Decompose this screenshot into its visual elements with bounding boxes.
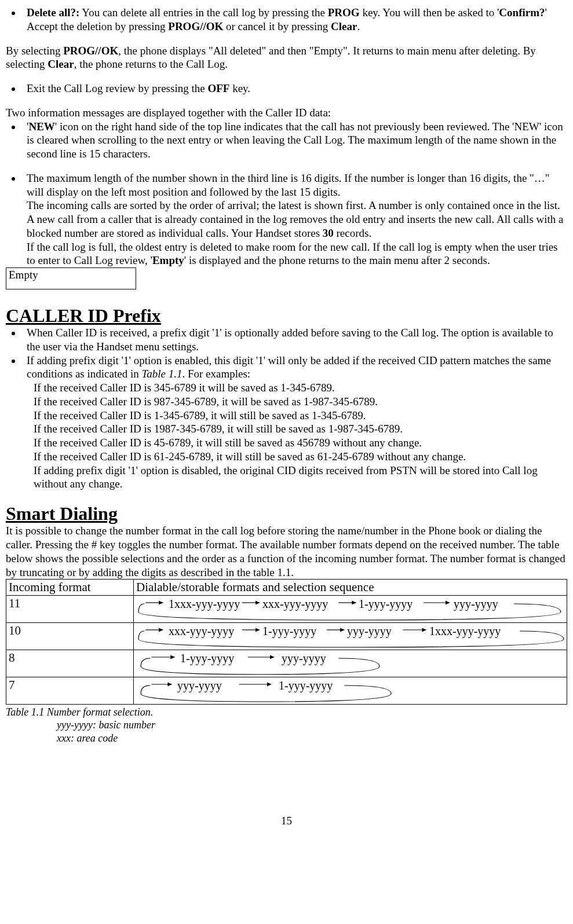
format-option: yyy-yyyy xyxy=(347,624,392,639)
clear-key: Clear xyxy=(48,58,74,70)
example-line: If the received Caller ID is 1-345-6789,… xyxy=(34,409,567,423)
col-selection-sequence: Dialable/storable formats and selection … xyxy=(134,580,567,595)
new-label: NEW xyxy=(28,120,54,133)
table-row: 7 yyy-yyyy 1-yyy-yyyy xyxy=(6,677,567,704)
max-length-bullet: The maximum length of the number shown i… xyxy=(22,171,567,267)
format-option: yyy-yyyy xyxy=(454,597,498,611)
table-ref: Table 1.1 xyxy=(141,368,182,380)
example-line: If adding prefix digit '1' option is dis… xyxy=(34,464,567,492)
thirty-records: 30 xyxy=(323,227,334,239)
caption-line-2: yyy-yyyy: basic number xyxy=(57,719,155,731)
example-line: If the received Caller ID is 1987-345-67… xyxy=(34,422,567,436)
text: ' icon on the right hand side of the top… xyxy=(27,120,563,160)
progok-key: PROG//OK xyxy=(63,45,118,57)
exit-bullet: Exit the Call Log review by pressing the… xyxy=(22,82,567,96)
example-line: If the received Caller ID is 345-6789 it… xyxy=(34,381,567,395)
incoming-format-cell: 8 xyxy=(6,650,134,677)
caller-id-bullet-2: If adding prefix digit '1' option is ena… xyxy=(22,354,567,492)
text: , the phone returns to the Call Log. xyxy=(74,58,228,70)
text: If adding prefix digit '1' option is ena… xyxy=(27,354,551,380)
empty-display-box: Empty xyxy=(6,267,136,289)
clear-key: Clear xyxy=(331,20,357,32)
caller-id-examples: If the received Caller ID is 345-6789 it… xyxy=(27,381,567,491)
text: The incoming calls are sorted by the ord… xyxy=(27,199,563,239)
caption-line-3: xxx: area code xyxy=(57,732,118,744)
empty-box-text: Empty xyxy=(9,269,38,281)
prog-key: PROG xyxy=(328,6,360,19)
max-length-bullet-list: The maximum length of the number shown i… xyxy=(22,171,567,267)
new-icon-bullet: 'NEW' icon on the right hand side of the… xyxy=(22,120,567,161)
select-paragraph: By selecting PROG//OK, the phone display… xyxy=(6,44,567,72)
text: By selecting xyxy=(6,45,63,57)
col-incoming-format: Incoming format xyxy=(6,580,134,595)
table-header-row: Incoming format Dialable/storable format… xyxy=(6,580,567,595)
info-bullet-list: 'NEW' icon on the right hand side of the… xyxy=(22,120,567,161)
off-key: OFF xyxy=(207,82,229,94)
format-option: xxx-yyy-yyyy xyxy=(262,597,328,611)
sequence-cell: 1-yyy-yyyy yyy-yyyy xyxy=(134,650,567,677)
text: ' is displayed and the phone returns to … xyxy=(184,254,490,266)
text: records. xyxy=(334,227,371,239)
sequence-cell: xxx-yyy-yyyy 1-yyy-yyyy yyy-yyyy 1xxx-yy… xyxy=(134,622,567,650)
format-option: 1xxx-yyy-yyyy xyxy=(169,597,240,611)
table-row: 11 1xxx-yyy-yyyy xyxy=(6,595,567,622)
text: . xyxy=(357,20,360,32)
format-option: yyy-yyyy xyxy=(177,679,222,693)
text: You can delete all entries in the call l… xyxy=(79,6,327,19)
number-format-table: Incoming format Dialable/storable format… xyxy=(6,579,567,704)
smart-dialing-heading: Smart Dialing xyxy=(6,504,567,524)
format-option: 1-yyy-yyyy xyxy=(279,679,333,693)
table-caption: Table 1.1 Number format selection. yyy-y… xyxy=(6,706,567,745)
caller-id-prefix-heading: CALLER ID Prefix xyxy=(6,306,567,326)
progok-key: PROG//OK xyxy=(168,20,223,32)
incoming-format-cell: 10 xyxy=(6,622,134,650)
smart-dialing-paragraph: It is possible to change the number form… xyxy=(6,524,567,579)
page-number: 15 xyxy=(6,814,567,828)
format-option: xxx-yyy-yyyy xyxy=(169,624,234,639)
text: Exit the Call Log review by pressing the xyxy=(27,82,207,94)
table-row: 8 1-yyy-yyyy yyy-yyyy xyxy=(6,650,567,677)
incoming-format-cell: 11 xyxy=(6,595,134,622)
text: . For examples: xyxy=(182,368,250,380)
text: key. xyxy=(229,82,250,94)
delete-all-label: Delete all?: xyxy=(27,6,79,19)
example-line: If the received Caller ID is 987-345-678… xyxy=(34,395,567,409)
example-line: If the received Caller ID is 45-6789, it… xyxy=(34,436,567,450)
incoming-format-cell: 7 xyxy=(6,677,134,704)
exit-bullet-list: Exit the Call Log review by pressing the… xyxy=(22,82,567,96)
sequence-cell: 1xxx-yyy-yyyy xxx-yyy-yyyy 1-yyy-yyyy yy… xyxy=(134,595,567,622)
format-option: 1-yyy-yyyy xyxy=(262,624,316,639)
delete-all-bullet: Delete all?: You can delete all entries … xyxy=(22,6,567,34)
sequence-cell: yyy-yyyy 1-yyy-yyyy xyxy=(134,677,567,704)
table-row: 10 xxx-yyy-yyyy 1-yyy-yyyy yyy-yyyy 1xxx… xyxy=(6,622,567,650)
confirm-label: Confirm? xyxy=(499,6,545,19)
format-option: 1-yyy-yyyy xyxy=(180,651,234,666)
caption-line-1: Table 1.1 Number format selection. xyxy=(6,706,153,718)
format-option: 1xxx-yyy-yyyy xyxy=(429,624,501,639)
caller-id-bullet-list: When Caller ID is received, a prefix dig… xyxy=(22,326,567,491)
text: or cancel it by pressing xyxy=(223,20,331,32)
example-line: If the received Caller ID is 61-245-6789… xyxy=(34,450,567,464)
format-option: yyy-yyyy xyxy=(282,651,326,666)
delete-all-bullet-list: Delete all?: You can delete all entries … xyxy=(22,6,567,34)
info-intro: Two information messages are displayed t… xyxy=(6,106,567,120)
empty-label: Empty xyxy=(152,254,184,266)
format-option: 1-yyy-yyyy xyxy=(359,597,413,611)
caller-id-bullet-1: When Caller ID is received, a prefix dig… xyxy=(22,326,567,354)
text: The maximum length of the number shown i… xyxy=(27,172,550,198)
text: key. You will then be asked to ' xyxy=(360,6,499,19)
